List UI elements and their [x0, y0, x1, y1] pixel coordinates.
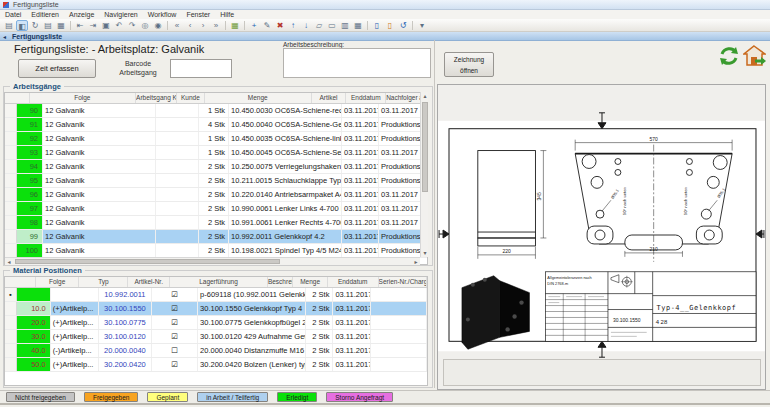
- table-row[interactable]: 90 12 Galvanik 1 Stk 10.450.0030 OC6SA-S…: [5, 104, 427, 118]
- nav-next-icon[interactable]: ›: [197, 20, 209, 31]
- arbeitsbeschreibung-textarea[interactable]: [283, 48, 431, 78]
- header-cell[interactable]: Enddatum: [328, 277, 379, 287]
- table-row[interactable]: 30.0 (+)Artikelp... 30.100.0120 ☑ 30.100…: [5, 330, 427, 344]
- properties-icon[interactable]: ▭: [326, 20, 338, 31]
- delete-icon[interactable]: ✖: [274, 20, 286, 31]
- scrollbar-thumb[interactable]: [15, 259, 280, 264]
- barcode-input[interactable]: [170, 59, 232, 78]
- tab-collapse-icon[interactable]: ◂: [3, 34, 9, 40]
- menu-item[interactable]: Anzeige: [64, 11, 99, 18]
- grid-view-icon[interactable]: ▦: [55, 20, 67, 31]
- lagerfuehrung-checkbox[interactable]: ☑: [152, 288, 198, 301]
- header-cell[interactable]: Folge: [30, 93, 137, 103]
- table-row[interactable]: 94 12 Galvanik 2 Stk 10.250.0075 Verrieg…: [5, 160, 427, 174]
- table-row[interactable]: 40.0 (-)Artikelp... 20.000.0040 ☐ 20.000…: [5, 344, 427, 358]
- revert-icon[interactable]: ↺: [397, 20, 409, 31]
- header-cell[interactable]: Folge: [36, 277, 80, 287]
- table-row[interactable]: 95 12 Galvanik 2 Stk 10.211.0015 Schlauc…: [5, 174, 427, 188]
- zeichnung-oeffnen-button[interactable]: Zeichnung öffnen: [444, 52, 494, 77]
- legend-storno[interactable]: Storno Angefragt: [326, 392, 393, 402]
- vertical-scrollbar[interactable]: ▴ ▾: [420, 92, 428, 257]
- move-down-icon[interactable]: ↓: [300, 20, 312, 31]
- legend-nicht-freigegeben[interactable]: Nicht freigegeben: [6, 392, 75, 402]
- lagerfuehrung-checkbox[interactable]: ☑: [152, 358, 198, 371]
- menu-item[interactable]: Datei: [0, 11, 26, 18]
- more-icon[interactable]: ▾: [416, 20, 428, 31]
- undo-icon[interactable]: ↶: [113, 20, 125, 31]
- menu-item[interactable]: Fenster: [181, 11, 215, 18]
- tab-fertigungsliste[interactable]: Fertigungsliste: [0, 32, 770, 41]
- table-row[interactable]: 96 12 Galvanik 2 Stk 10.220.0140 Antrieb…: [5, 188, 427, 202]
- header-cell[interactable]: Typ: [79, 277, 128, 287]
- preview-icon[interactable]: ◧: [16, 20, 28, 31]
- header-cell[interactable]: [5, 277, 36, 287]
- header-cell[interactable]: Artikel-Nr.: [128, 277, 170, 287]
- save-icon[interactable]: ▣: [100, 20, 112, 31]
- nav-last-icon[interactable]: »: [210, 20, 222, 31]
- header-cell[interactable]: Menge: [205, 93, 312, 103]
- legend-erledigt[interactable]: Erledigt: [277, 392, 317, 402]
- nav-first-icon[interactable]: «: [171, 20, 183, 31]
- table-row[interactable]: 20.0 (+)Artikelp... 30.100.0775 ☑ 30.100…: [5, 316, 427, 330]
- table-icon[interactable]: ▦: [352, 20, 364, 31]
- menu-item[interactable]: Workflow: [143, 11, 182, 18]
- refresh-icon[interactable]: [718, 45, 740, 71]
- menu-item[interactable]: Editieren: [26, 11, 64, 18]
- toolbar-separator[interactable]: [165, 20, 170, 31]
- scroll-up-icon[interactable]: ▴: [421, 92, 429, 100]
- toolbar-separator[interactable]: [223, 20, 228, 31]
- header-cell[interactable]: Artikel: [312, 93, 347, 103]
- table-row[interactable]: 93 12 Galvanik 1 Stk 10.450.0045 OC6SA-S…: [5, 146, 427, 160]
- print-icon[interactable]: ▤: [3, 20, 15, 31]
- horizontal-scrollbar[interactable]: ◂ ▸: [5, 257, 420, 265]
- scroll-down-icon[interactable]: ▾: [421, 249, 429, 257]
- legend-geplant[interactable]: Geplant: [147, 392, 188, 402]
- drawing-viewer[interactable]: 220 345: [437, 84, 766, 390]
- list-view-icon[interactable]: ▤: [42, 20, 54, 31]
- table-row[interactable]: 100 12 Galvanik 2 Stk 10.198.0021 Spinde…: [5, 244, 427, 258]
- table-row[interactable]: 98 12 Galvanik 2 Stk 10.991.0061 Lenker …: [5, 216, 427, 230]
- table-row[interactable]: 50.0 (+)Artikelp... 30.200.0420 ☑ 30.200…: [5, 358, 427, 372]
- table-row[interactable]: 97 12 Galvanik 2 Stk 10.990.0061 Lenker …: [5, 202, 427, 216]
- table-row[interactable]: 91 12 Galvanik 4 Stk 10.450.0040 OC6SA-S…: [5, 118, 427, 132]
- paste-orange-icon[interactable]: ▯: [384, 20, 396, 31]
- go-last-icon[interactable]: ⇥: [87, 20, 99, 31]
- edit-icon[interactable]: ✎: [261, 20, 273, 31]
- search-again-icon[interactable]: ◉: [152, 20, 164, 31]
- lagerfuehrung-checkbox[interactable]: ☑: [152, 302, 198, 315]
- toolbar-separator[interactable]: [410, 20, 415, 31]
- home-export-icon[interactable]: [743, 45, 766, 72]
- legend-freigegeben[interactable]: Freigegeben: [84, 392, 139, 402]
- toolbar-separator[interactable]: [365, 20, 370, 31]
- scroll-right-icon[interactable]: ▸: [412, 258, 420, 266]
- go-first-icon[interactable]: ⇤: [74, 20, 86, 31]
- lagerfuehrung-checkbox[interactable]: ☐: [152, 344, 198, 357]
- copy-icon[interactable]: ▱: [313, 20, 325, 31]
- header-cell[interactable]: Beschreibung: [268, 277, 293, 287]
- search-icon[interactable]: ◎: [139, 20, 151, 31]
- move-up-icon[interactable]: ↑: [287, 20, 299, 31]
- table-row[interactable]: 99 12 Galvanik 2 Stk 10.992.0011 Gelenkk…: [5, 230, 427, 244]
- scroll-left-icon[interactable]: ◂: [5, 258, 13, 266]
- lagerfuehrung-checkbox[interactable]: ☑: [152, 316, 198, 329]
- toolbar-separator[interactable]: [68, 20, 73, 31]
- table-row[interactable]: 92 12 Galvanik 1 Stk 10.450.0035 OC6SA-S…: [5, 132, 427, 146]
- paste-blue-icon[interactable]: ▯: [371, 20, 383, 31]
- header-cell[interactable]: [5, 93, 30, 103]
- add-icon[interactable]: +: [248, 20, 260, 31]
- redo-icon[interactable]: ↷: [126, 20, 138, 31]
- menu-item[interactable]: Hilfe: [215, 11, 239, 18]
- header-cell[interactable]: Enddatum: [346, 93, 386, 103]
- lagerfuehrung-checkbox[interactable]: ☑: [152, 330, 198, 343]
- image-icon[interactable]: ▦: [229, 20, 241, 31]
- header-cell[interactable]: Kunde: [177, 93, 205, 103]
- table-row[interactable]: 10.0 (+)Artikelp... 30.100.1550 ☑ 30.100…: [5, 302, 427, 316]
- table-row[interactable]: ▪ 10.992.0011 ☑ p-609118 (10.992.0011 Ge…: [5, 288, 427, 302]
- zeit-erfassen-button[interactable]: Zeit erfassen: [18, 59, 96, 78]
- columns-icon[interactable]: ▥: [339, 20, 351, 31]
- toolbar-separator[interactable]: [242, 20, 247, 31]
- header-cell[interactable]: Menge: [293, 277, 327, 287]
- scrollbar-thumb[interactable]: [422, 102, 428, 192]
- header-cell[interactable]: Lagerführung: [170, 277, 268, 287]
- nav-prev-icon[interactable]: ‹: [184, 20, 196, 31]
